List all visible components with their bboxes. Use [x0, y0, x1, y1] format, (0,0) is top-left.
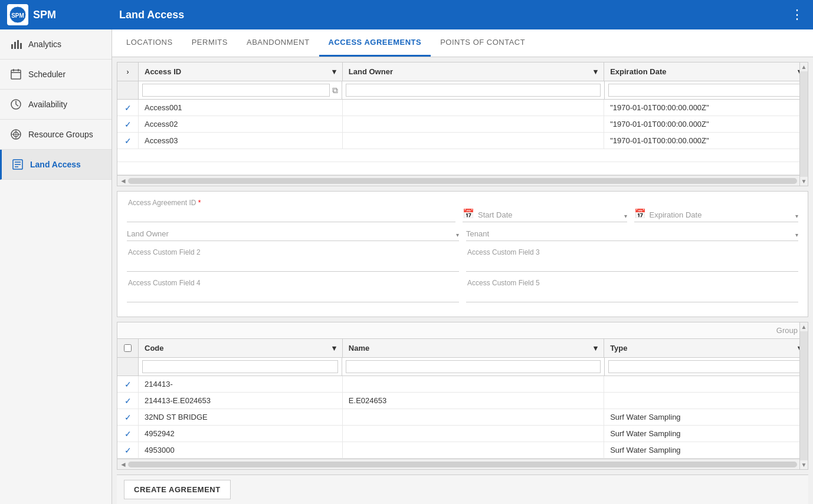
tab-points-of-contact[interactable]: POINTS OF CONTACT — [431, 29, 535, 57]
start-date-calendar-icon: 📅 — [463, 208, 474, 219]
app-title: SPM — [33, 9, 56, 21]
form-row-3: Access Custom Field 2 Access Custom Fiel… — [127, 248, 798, 272]
sidebar-item-resource-groups[interactable]: Resource Groups — [0, 120, 112, 150]
type-filter-cell — [605, 358, 808, 375]
land-owner-label: Land Owner — [127, 229, 454, 238]
custom-field-2-label: Access Custom Field 2 — [127, 248, 459, 256]
tenant-label: Tenant — [466, 229, 793, 238]
copy-icon[interactable]: ⧉ — [332, 85, 338, 95]
col-header-name[interactable]: Name ▾ — [343, 339, 604, 357]
custom-field-4-input[interactable] — [127, 288, 459, 302]
start-date-arrow: ▾ — [624, 213, 627, 219]
tabs-bar: LOCATIONS PERMITS ABANDONMENT ACCESS AGR… — [112, 29, 813, 57]
location-select-all[interactable] — [124, 344, 132, 352]
type-filter-input[interactable] — [608, 360, 804, 373]
grid-header-row: › Access ID ▾ Land Owner ▾ Expiration Da… — [117, 62, 808, 81]
expiration-filter-input[interactable] — [608, 84, 804, 97]
sidebar-item-availability[interactable]: Availability — [0, 90, 112, 120]
table-row[interactable]: ✓ Access02 "1970-01-01T00:00:00.000Z" — [117, 116, 808, 133]
location-grid-hscroll[interactable]: ◄ ► — [117, 459, 808, 469]
loc-row-check-0: ✓ — [117, 376, 139, 392]
cell-type-2: Surf Water Sampling — [604, 409, 808, 425]
hscroll-left-arrow[interactable]: ◄ — [119, 177, 128, 185]
cell-expiration-1: "1970-01-01T00:00:00.000Z" — [604, 116, 808, 132]
col-header-access-id[interactable]: Access ID ▾ — [139, 62, 343, 81]
sidebar-item-land-access[interactable]: Land Access — [0, 150, 112, 180]
logo-area: SPM SPM — [7, 4, 119, 25]
col-header-code[interactable]: Code ▾ — [139, 339, 343, 357]
svg-rect-5 — [20, 43, 22, 49]
cell-type-1 — [604, 393, 808, 409]
grid-expand-button[interactable]: › — [117, 62, 139, 81]
access-grid-hscroll[interactable]: ◄ ► — [117, 175, 808, 186]
table-row[interactable]: ✓ 4952942 Surf Water Sampling — [117, 426, 808, 442]
custom-field-5: Access Custom Field 5 — [466, 279, 798, 302]
custom-field-5-input[interactable] — [466, 288, 798, 302]
create-agreement-button[interactable]: CREATE AGREEMENT — [124, 480, 231, 499]
cell-type-3: Surf Water Sampling — [604, 426, 808, 442]
loc-hscroll-left-arrow[interactable]: ◄ — [119, 460, 128, 469]
expiration-date-field: 📅 Expiration Date ▾ — [634, 208, 799, 222]
table-row[interactable]: ✓ 4953000 Surf Water Sampling — [117, 442, 808, 459]
code-filter-input[interactable] — [142, 360, 338, 373]
code-sort-icon: ▾ — [332, 344, 336, 353]
col-header-land-owner[interactable]: Land Owner ▾ — [343, 62, 604, 81]
table-row[interactable]: ✓ Access001 "1970-01-01T00:00:00.000Z" — [117, 100, 808, 116]
vscroll-down[interactable]: ▼ — [801, 177, 807, 186]
sidebar-item-analytics[interactable]: Analytics — [0, 29, 112, 60]
name-sort-icon: ▾ — [594, 344, 598, 353]
app-logo: SPM — [7, 4, 28, 25]
sidebar-land-access-label: Land Access — [30, 160, 81, 169]
location-grid-vscroll[interactable]: ▲ ▼ — [799, 322, 808, 469]
location-grid-expand — [117, 339, 139, 357]
sidebar-item-scheduler[interactable]: Scheduler — [0, 60, 112, 90]
loc-vscroll-down[interactable]: ▼ — [801, 460, 807, 469]
custom-field-3-input[interactable] — [466, 258, 798, 272]
analytics-icon — [9, 38, 22, 51]
tab-abandonment[interactable]: ABANDONMENT — [237, 29, 319, 57]
cell-access-id-1: Access02 — [139, 116, 343, 132]
tab-locations[interactable]: LOCATIONS — [117, 29, 182, 57]
access-id-filter-cell: ⧉ — [139, 81, 342, 99]
custom-field-2-input[interactable] — [127, 258, 459, 272]
table-row[interactable]: ✓ 32ND ST BRIDGE Surf Water Sampling — [117, 409, 808, 426]
col-header-type[interactable]: Type ▾ — [604, 339, 808, 357]
loc-vscroll-up[interactable]: ▲ — [801, 322, 807, 331]
vscroll-up[interactable]: ▲ — [801, 62, 807, 71]
sidebar-scheduler-label: Scheduler — [28, 70, 65, 79]
cell-name-4 — [343, 442, 604, 458]
custom-field-2: Access Custom Field 2 — [127, 248, 459, 272]
table-row[interactable]: ✓ Access03 "1970-01-01T00:00:00.000Z" — [117, 133, 808, 149]
name-filter-input[interactable] — [346, 360, 601, 373]
cell-expiration-0: "1970-01-01T00:00:00.000Z" — [604, 100, 808, 116]
cell-name-0 — [343, 376, 604, 392]
access-id-filter-input[interactable] — [142, 84, 330, 97]
access-grid-vscroll[interactable]: ▲ ▼ — [799, 62, 808, 186]
table-row[interactable]: ✓ 214413- — [117, 376, 808, 393]
hscroll-track[interactable] — [128, 178, 797, 184]
form-area: Access Agreement ID 📅 Start Date ▾ 📅 Exp… — [117, 191, 808, 317]
loc-hscroll-track[interactable] — [128, 462, 797, 467]
table-row[interactable]: ✓ 214413-E.E024653 E.E024653 — [117, 393, 808, 409]
custom-field-4: Access Custom Field 4 — [127, 279, 459, 302]
availability-icon — [9, 98, 22, 111]
resource-groups-icon — [9, 128, 22, 141]
tab-permits[interactable]: PERMITS — [182, 29, 237, 57]
access-agreement-id-field: Access Agreement ID — [127, 199, 455, 222]
access-agreement-id-input[interactable] — [127, 208, 455, 222]
svg-rect-2 — [11, 44, 13, 49]
start-date-label: Start Date — [478, 210, 621, 219]
col-header-expiration-date[interactable]: Expiration Date ▾ — [604, 62, 808, 81]
loc-vscroll-track[interactable] — [800, 331, 808, 460]
tab-access-agreements[interactable]: ACCESS AGREEMENTS — [319, 29, 431, 57]
land-owner-filter-input[interactable] — [346, 84, 601, 97]
top-header: SPM SPM Land Access ⋮ — [0, 0, 813, 29]
vscroll-track[interactable] — [800, 71, 808, 177]
row-check-1: ✓ — [117, 116, 139, 132]
access-agreement-id-label: Access Agreement ID — [127, 199, 455, 207]
cell-land-owner-1 — [343, 116, 604, 132]
sidebar-availability-label: Availability — [28, 100, 67, 109]
group-label: Group — [776, 326, 798, 335]
header-menu-button[interactable]: ⋮ — [788, 5, 806, 25]
sidebar-resource-groups-label: Resource Groups — [28, 130, 93, 139]
